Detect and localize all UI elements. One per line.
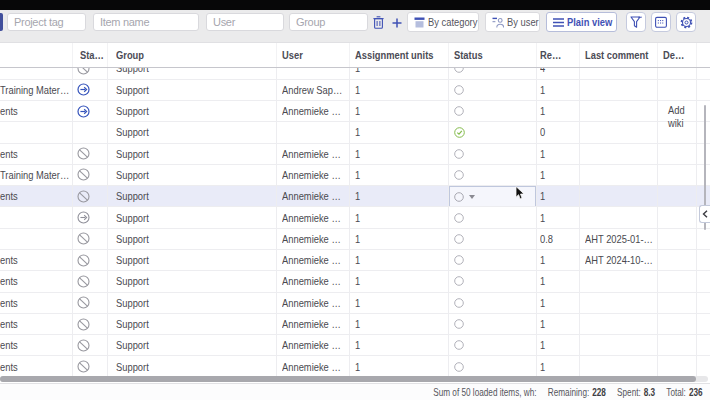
- table-row[interactable]: entsSupportAnnemieke …11AHT 2024-10-…: [0, 250, 710, 271]
- status-cell[interactable]: [449, 293, 537, 314]
- status-cell[interactable]: [449, 80, 537, 101]
- extra-cell: [697, 314, 710, 335]
- table-row[interactable]: entsSupportAnnemieke …11: [0, 293, 710, 314]
- status-cell[interactable]: [449, 314, 537, 335]
- table-row[interactable]: Support10: [0, 122, 710, 143]
- group-input[interactable]: [289, 13, 368, 31]
- status-cell[interactable]: [449, 122, 537, 143]
- header-user[interactable]: User: [277, 43, 350, 67]
- category-status-cell[interactable]: [73, 186, 108, 207]
- status-cell[interactable]: [449, 271, 537, 292]
- table-row[interactable]: entsSupportAnnemieke …11: [0, 314, 710, 335]
- table-row[interactable]: SupportAnnemieke …11: [0, 207, 710, 228]
- header-remaining[interactable]: Re…: [537, 43, 580, 67]
- by-category-button[interactable]: By category: [407, 12, 479, 32]
- arrow-right-circle-gray-icon: [77, 211, 90, 224]
- status-cell[interactable]: [449, 165, 537, 186]
- filter-favorites-button[interactable]: [626, 12, 646, 32]
- assignment-units-cell: 1: [350, 144, 449, 165]
- category-status-cell[interactable]: [73, 250, 108, 271]
- category-status-cell[interactable]: [73, 144, 108, 165]
- blocked-icon: [77, 318, 90, 331]
- category-status-cell[interactable]: [73, 335, 108, 356]
- table-row[interactable]: Training Mater…SupportAnnemieke …11: [0, 165, 710, 186]
- trash-icon[interactable]: [370, 14, 387, 31]
- status-cell[interactable]: [449, 229, 537, 250]
- plus-icon[interactable]: [388, 14, 405, 31]
- status-circle-icon[interactable]: [454, 68, 464, 73]
- status-circle-icon[interactable]: [454, 234, 464, 244]
- status-circle-icon[interactable]: [454, 298, 464, 308]
- table-row[interactable]: Training Mater…SupportAndrew Sap…11: [0, 80, 710, 101]
- status-circle-icon[interactable]: [454, 255, 464, 265]
- status-dropdown[interactable]: [449, 186, 536, 207]
- table-row[interactable]: Support14: [0, 68, 710, 80]
- item-name-input[interactable]: [93, 13, 199, 31]
- status-cell[interactable]: [449, 68, 537, 80]
- category-status-cell[interactable]: [73, 68, 108, 80]
- status-circle-icon[interactable]: [454, 170, 464, 180]
- category-status-cell[interactable]: [73, 229, 108, 250]
- status-circle-icon[interactable]: [454, 276, 464, 286]
- status-cell[interactable]: [449, 335, 537, 356]
- status-cell[interactable]: [449, 186, 537, 207]
- category-status-cell[interactable]: [73, 356, 108, 376]
- status-circle-icon[interactable]: [454, 149, 464, 159]
- blocked-icon: [77, 232, 90, 245]
- side-panel-toggle-button[interactable]: [699, 205, 710, 223]
- plain-view-button[interactable]: Plain view: [546, 12, 617, 32]
- status-circle-icon[interactable]: [454, 106, 464, 116]
- status-circle-icon[interactable]: [454, 340, 464, 350]
- table-row[interactable]: entsSupportAnnemieke …11Add wiki: [0, 101, 710, 122]
- status-circle-icon[interactable]: [454, 319, 464, 329]
- user-cell: Annemieke …: [277, 229, 350, 250]
- horizontal-scrollbar-thumb[interactable]: [0, 376, 696, 382]
- status-circle-icon[interactable]: [454, 362, 464, 372]
- table-row[interactable]: SupportAnnemieke …10.8AHT 2025-01-…: [0, 229, 710, 250]
- remaining-cell: 0: [537, 122, 580, 143]
- header-assignment-units[interactable]: Assignment units: [350, 43, 449, 67]
- header-extra: [697, 43, 710, 67]
- header-item-name[interactable]: [0, 43, 73, 67]
- remaining-cell: 1: [537, 80, 580, 101]
- calendar-button[interactable]: [651, 12, 671, 32]
- assignment-units-cell: 1: [350, 356, 449, 376]
- by-user-button[interactable]: By user: [485, 12, 540, 32]
- assignment-units-cell: 1: [350, 293, 449, 314]
- category-status-cell[interactable]: [73, 207, 108, 228]
- status-cell[interactable]: [449, 250, 537, 271]
- status-cell[interactable]: [449, 356, 537, 376]
- table-row[interactable]: entsSupportAnnemieke …11: [0, 335, 710, 356]
- extra-cell: [697, 356, 710, 376]
- header-group[interactable]: Group: [108, 43, 277, 67]
- status-cell[interactable]: [449, 101, 537, 122]
- project-tag-input[interactable]: [7, 13, 86, 31]
- table-row[interactable]: entsSupportAnnemieke …11: [0, 144, 710, 165]
- status-circle-icon[interactable]: [454, 85, 464, 95]
- group-cell: Support: [108, 80, 277, 101]
- category-status-cell[interactable]: [73, 80, 108, 101]
- status-circle-icon[interactable]: [454, 213, 464, 223]
- table-row[interactable]: entsSupportAnnemieke …11: [0, 271, 710, 292]
- category-status-cell[interactable]: [73, 314, 108, 335]
- status-cell[interactable]: [449, 207, 537, 228]
- assignment-units-cell: 1: [350, 314, 449, 335]
- extra-cell: [697, 335, 710, 356]
- header-status[interactable]: Status: [449, 43, 537, 67]
- settings-button[interactable]: [676, 12, 696, 32]
- clipped-left-button[interactable]: [0, 13, 3, 31]
- header-description[interactable]: De…: [658, 43, 697, 67]
- status-cell[interactable]: [449, 144, 537, 165]
- table-row[interactable]: entsSupportAnnemieke …11: [0, 356, 710, 376]
- category-status-cell[interactable]: [73, 271, 108, 292]
- header-last-comment[interactable]: Last comment: [580, 43, 658, 67]
- group-cell: Support: [108, 207, 277, 228]
- table-row[interactable]: entsSupportAnnemieke …11: [0, 186, 710, 207]
- category-status-cell[interactable]: [73, 101, 108, 122]
- header-sta[interactable]: Sta…: [73, 43, 108, 67]
- category-status-cell[interactable]: [73, 122, 108, 143]
- category-status-cell[interactable]: [73, 165, 108, 186]
- status-done-icon[interactable]: [454, 127, 465, 138]
- category-status-cell[interactable]: [73, 293, 108, 314]
- user-input[interactable]: [206, 13, 284, 31]
